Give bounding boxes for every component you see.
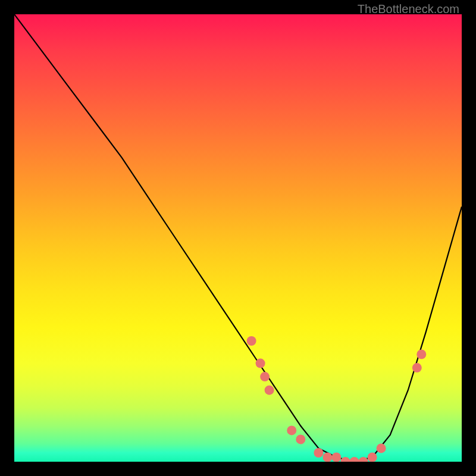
marker-dot (314, 448, 323, 458)
marker-dot (287, 425, 296, 435)
marker-dot (260, 372, 270, 381)
marker-dot (341, 457, 350, 462)
bottleneck-curve (14, 14, 462, 462)
marker-dot (247, 336, 256, 346)
plot-area (14, 14, 462, 462)
marker-dot (256, 359, 265, 368)
chart-container: TheBottleneck.com (0, 0, 476, 476)
highlighted-points (247, 336, 427, 462)
marker-dot (265, 386, 274, 395)
marker-dot (368, 453, 377, 462)
marker-dot (412, 363, 422, 372)
marker-dot (377, 443, 386, 453)
marker-dot (331, 453, 341, 462)
marker-dot (296, 434, 305, 444)
curve-layer (14, 14, 462, 462)
marker-dot (359, 457, 368, 462)
watermark-text: TheBottleneck.com (358, 2, 459, 16)
marker-dot (416, 350, 426, 359)
marker-dot (350, 457, 359, 462)
marker-dot (322, 453, 332, 462)
